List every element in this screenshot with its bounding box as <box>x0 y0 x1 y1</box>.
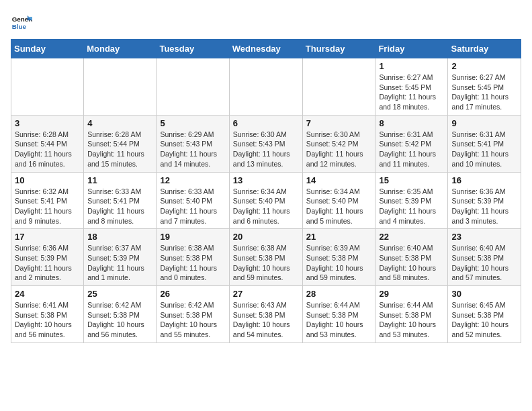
day-detail: Sunrise: 6:31 AM Sunset: 5:41 PM Dayligh… <box>451 130 517 169</box>
day-number: 24 <box>15 289 80 299</box>
day-number: 4 <box>87 118 152 128</box>
day-number: 18 <box>87 232 152 242</box>
table-row: 4Sunrise: 6:28 AM Sunset: 5:44 PM Daylig… <box>84 115 157 172</box>
col-friday: Friday <box>375 40 448 58</box>
day-detail: Sunrise: 6:33 AM Sunset: 5:40 PM Dayligh… <box>160 187 225 226</box>
page-header: General Blue <box>11 11 521 32</box>
col-sunday: Sunday <box>11 40 84 58</box>
table-row: 5Sunrise: 6:29 AM Sunset: 5:43 PM Daylig… <box>157 115 229 172</box>
day-number: 21 <box>306 232 372 242</box>
calendar-week-row: 17Sunrise: 6:36 AM Sunset: 5:39 PM Dayli… <box>11 229 521 286</box>
day-number: 10 <box>15 175 80 185</box>
table-row: 20Sunrise: 6:38 AM Sunset: 5:38 PM Dayli… <box>229 229 302 286</box>
day-number: 6 <box>233 118 299 128</box>
table-row: 28Sunrise: 6:44 AM Sunset: 5:38 PM Dayli… <box>302 286 375 343</box>
table-row: 30Sunrise: 6:45 AM Sunset: 5:38 PM Dayli… <box>448 286 521 343</box>
table-row: 12Sunrise: 6:33 AM Sunset: 5:40 PM Dayli… <box>157 172 229 229</box>
day-detail: Sunrise: 6:36 AM Sunset: 5:39 PM Dayligh… <box>15 243 80 283</box>
day-number: 20 <box>233 232 299 242</box>
table-row: 9Sunrise: 6:31 AM Sunset: 5:41 PM Daylig… <box>448 115 521 172</box>
day-number: 1 <box>379 61 444 71</box>
day-number: 2 <box>451 61 517 71</box>
table-row: 22Sunrise: 6:40 AM Sunset: 5:38 PM Dayli… <box>375 229 448 286</box>
table-row: 13Sunrise: 6:34 AM Sunset: 5:40 PM Dayli… <box>229 172 302 229</box>
day-detail: Sunrise: 6:40 AM Sunset: 5:38 PM Dayligh… <box>379 243 444 283</box>
table-row: 16Sunrise: 6:36 AM Sunset: 5:39 PM Dayli… <box>448 172 521 229</box>
logo-icon: General Blue <box>11 11 32 32</box>
table-row: 14Sunrise: 6:34 AM Sunset: 5:40 PM Dayli… <box>302 172 375 229</box>
day-detail: Sunrise: 6:41 AM Sunset: 5:38 PM Dayligh… <box>15 300 80 340</box>
table-row <box>157 58 229 116</box>
day-number: 29 <box>379 289 444 299</box>
table-row <box>229 58 302 116</box>
day-detail: Sunrise: 6:33 AM Sunset: 5:41 PM Dayligh… <box>87 187 152 226</box>
table-row: 27Sunrise: 6:43 AM Sunset: 5:38 PM Dayli… <box>229 286 302 343</box>
day-detail: Sunrise: 6:42 AM Sunset: 5:38 PM Dayligh… <box>160 300 225 340</box>
day-detail: Sunrise: 6:44 AM Sunset: 5:38 PM Dayligh… <box>306 300 372 340</box>
table-row <box>302 58 375 116</box>
day-detail: Sunrise: 6:32 AM Sunset: 5:41 PM Dayligh… <box>15 187 80 226</box>
table-row: 11Sunrise: 6:33 AM Sunset: 5:41 PM Dayli… <box>84 172 157 229</box>
table-row: 1Sunrise: 6:27 AM Sunset: 5:45 PM Daylig… <box>375 58 448 116</box>
table-row: 15Sunrise: 6:35 AM Sunset: 5:39 PM Dayli… <box>375 172 448 229</box>
day-detail: Sunrise: 6:28 AM Sunset: 5:44 PM Dayligh… <box>15 130 80 169</box>
day-number: 14 <box>306 175 372 185</box>
day-number: 12 <box>160 175 225 185</box>
day-number: 27 <box>233 289 299 299</box>
table-row: 6Sunrise: 6:30 AM Sunset: 5:43 PM Daylig… <box>229 115 302 172</box>
day-number: 13 <box>233 175 299 185</box>
day-number: 17 <box>15 232 80 242</box>
table-row: 21Sunrise: 6:39 AM Sunset: 5:38 PM Dayli… <box>302 229 375 286</box>
calendar-week-row: 3Sunrise: 6:28 AM Sunset: 5:44 PM Daylig… <box>11 115 521 172</box>
logo: General Blue <box>11 11 35 32</box>
day-detail: Sunrise: 6:30 AM Sunset: 5:43 PM Dayligh… <box>233 130 299 169</box>
calendar-week-row: 1Sunrise: 6:27 AM Sunset: 5:45 PM Daylig… <box>11 58 521 116</box>
day-detail: Sunrise: 6:30 AM Sunset: 5:42 PM Dayligh… <box>306 130 372 169</box>
day-detail: Sunrise: 6:27 AM Sunset: 5:45 PM Dayligh… <box>379 73 444 112</box>
calendar-body: 1Sunrise: 6:27 AM Sunset: 5:45 PM Daylig… <box>11 58 521 343</box>
table-row: 8Sunrise: 6:31 AM Sunset: 5:42 PM Daylig… <box>375 115 448 172</box>
day-detail: Sunrise: 6:43 AM Sunset: 5:38 PM Dayligh… <box>233 300 299 340</box>
col-monday: Monday <box>84 40 157 58</box>
day-detail: Sunrise: 6:42 AM Sunset: 5:38 PM Dayligh… <box>87 300 152 340</box>
day-number: 7 <box>306 118 372 128</box>
day-detail: Sunrise: 6:29 AM Sunset: 5:43 PM Dayligh… <box>160 130 225 169</box>
day-detail: Sunrise: 6:35 AM Sunset: 5:39 PM Dayligh… <box>379 187 444 226</box>
day-number: 23 <box>451 232 517 242</box>
col-wednesday: Wednesday <box>229 40 302 58</box>
table-row: 25Sunrise: 6:42 AM Sunset: 5:38 PM Dayli… <box>84 286 157 343</box>
day-number: 22 <box>379 232 444 242</box>
svg-text:Blue: Blue <box>12 23 27 30</box>
day-detail: Sunrise: 6:44 AM Sunset: 5:38 PM Dayligh… <box>379 300 444 340</box>
day-detail: Sunrise: 6:39 AM Sunset: 5:38 PM Dayligh… <box>306 243 372 283</box>
calendar-week-row: 24Sunrise: 6:41 AM Sunset: 5:38 PM Dayli… <box>11 286 521 343</box>
day-number: 9 <box>451 118 517 128</box>
day-detail: Sunrise: 6:37 AM Sunset: 5:39 PM Dayligh… <box>87 243 152 283</box>
day-number: 3 <box>15 118 80 128</box>
table-row: 29Sunrise: 6:44 AM Sunset: 5:38 PM Dayli… <box>375 286 448 343</box>
day-detail: Sunrise: 6:28 AM Sunset: 5:44 PM Dayligh… <box>87 130 152 169</box>
day-number: 28 <box>306 289 372 299</box>
calendar-week-row: 10Sunrise: 6:32 AM Sunset: 5:41 PM Dayli… <box>11 172 521 229</box>
day-number: 8 <box>379 118 444 128</box>
col-tuesday: Tuesday <box>157 40 229 58</box>
day-number: 16 <box>451 175 517 185</box>
table-row: 19Sunrise: 6:38 AM Sunset: 5:38 PM Dayli… <box>157 229 229 286</box>
table-row: 3Sunrise: 6:28 AM Sunset: 5:44 PM Daylig… <box>11 115 84 172</box>
day-detail: Sunrise: 6:40 AM Sunset: 5:38 PM Dayligh… <box>451 243 517 283</box>
table-row: 24Sunrise: 6:41 AM Sunset: 5:38 PM Dayli… <box>11 286 84 343</box>
day-detail: Sunrise: 6:31 AM Sunset: 5:42 PM Dayligh… <box>379 130 444 169</box>
day-number: 25 <box>87 289 152 299</box>
table-row <box>11 58 84 116</box>
day-number: 11 <box>87 175 152 185</box>
table-row: 2Sunrise: 6:27 AM Sunset: 5:45 PM Daylig… <box>448 58 521 116</box>
table-row: 10Sunrise: 6:32 AM Sunset: 5:41 PM Dayli… <box>11 172 84 229</box>
table-row: 7Sunrise: 6:30 AM Sunset: 5:42 PM Daylig… <box>302 115 375 172</box>
col-saturday: Saturday <box>448 40 521 58</box>
day-detail: Sunrise: 6:27 AM Sunset: 5:45 PM Dayligh… <box>451 73 517 112</box>
table-row <box>84 58 157 116</box>
day-detail: Sunrise: 6:36 AM Sunset: 5:39 PM Dayligh… <box>451 187 517 226</box>
day-detail: Sunrise: 6:45 AM Sunset: 5:38 PM Dayligh… <box>451 300 517 340</box>
day-detail: Sunrise: 6:34 AM Sunset: 5:40 PM Dayligh… <box>306 187 372 226</box>
table-row: 23Sunrise: 6:40 AM Sunset: 5:38 PM Dayli… <box>448 229 521 286</box>
